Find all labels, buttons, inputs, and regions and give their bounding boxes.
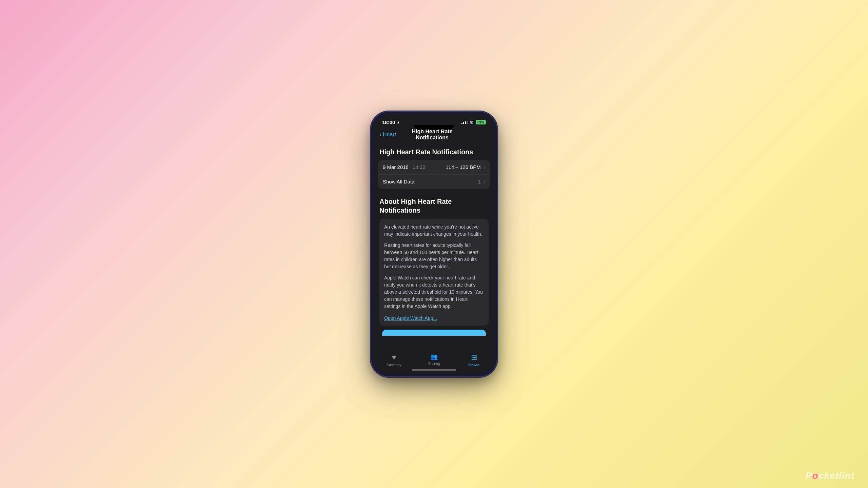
- wifi-icon: ⊛: [470, 119, 474, 125]
- about-title: About High Heart Rate Notifications: [379, 197, 489, 215]
- phone-screen: 18:00 ▲ ⊛ 59% ‹ Heart High Heart R: [374, 115, 494, 374]
- signal-bar-2: [463, 122, 464, 124]
- home-indicator: [412, 369, 456, 371]
- about-card: An elevated heart rate while you're not …: [379, 219, 489, 326]
- data-entry-row[interactable]: 9 Mar 2018 14:32 114 – 126 BPM ›: [378, 160, 490, 175]
- signal-bar-3: [465, 121, 466, 124]
- data-date: 9 Mar 2018: [383, 164, 409, 170]
- blue-button-partial: [382, 330, 486, 336]
- show-all-count: 1: [478, 179, 480, 184]
- show-all-chevron-icon: ›: [484, 179, 485, 185]
- about-paragraph-3: Apple Watch can check your heart rate an…: [384, 274, 484, 310]
- browse-tab-icon: ⊞: [471, 353, 477, 362]
- sharing-tab-icon: 👥: [430, 353, 438, 360]
- data-value: 114 – 126 BPM: [446, 164, 480, 170]
- back-chevron-icon: ‹: [379, 131, 381, 138]
- data-row-left: 9 Mar 2018 14:32: [383, 164, 446, 170]
- show-all-label: Show All Data: [383, 179, 478, 184]
- data-entry-chevron-icon: ›: [484, 164, 485, 170]
- tab-summary[interactable]: ♥ Summary: [374, 353, 414, 367]
- main-content: High Heart Rate Notifications 9 Mar 2018…: [374, 143, 494, 350]
- status-time: 18:00 ▲: [382, 119, 400, 125]
- tab-sharing[interactable]: 👥 Sharing: [414, 353, 454, 366]
- tab-sharing-label: Sharing: [428, 362, 440, 366]
- data-card-section: 9 Mar 2018 14:32 114 – 126 BPM › Show Al…: [378, 160, 490, 189]
- about-section: About High Heart Rate Notifications An e…: [374, 192, 494, 328]
- watermark: Pocketlint: [806, 470, 854, 481]
- show-all-data-row[interactable]: Show All Data 1 ›: [378, 175, 490, 189]
- battery-icon: 59%: [476, 120, 486, 124]
- about-paragraph-1: An elevated heart rate while you're not …: [384, 223, 484, 238]
- data-time: 14:32: [413, 164, 426, 170]
- status-icons: ⊛ 59%: [461, 119, 486, 125]
- tab-browse-label: Browse: [468, 363, 479, 367]
- signal-bar-1: [461, 123, 462, 124]
- tab-summary-label: Summary: [387, 363, 401, 367]
- status-bar: 18:00 ▲ ⊛ 59%: [374, 115, 494, 125]
- heart-tab-icon: ♥: [392, 353, 396, 362]
- location-icon: ▲: [396, 120, 400, 124]
- back-label[interactable]: Heart: [383, 132, 396, 138]
- phone-frame: 18:00 ▲ ⊛ 59% ‹ Heart High Heart R: [371, 112, 497, 376]
- about-paragraph-2: Resting heart rates for adults typically…: [384, 242, 484, 270]
- signal-bar-4: [467, 121, 468, 124]
- section-title: High Heart Rate Notifications: [374, 143, 494, 160]
- back-button[interactable]: ‹ Heart: [379, 131, 396, 138]
- nav-title: High Heart Rate Notifications: [396, 129, 468, 141]
- tab-browse[interactable]: ⊞ Browse: [454, 353, 494, 367]
- open-apple-watch-app-link[interactable]: Open Apple Watch App...: [384, 314, 484, 321]
- signal-bars: [461, 120, 468, 124]
